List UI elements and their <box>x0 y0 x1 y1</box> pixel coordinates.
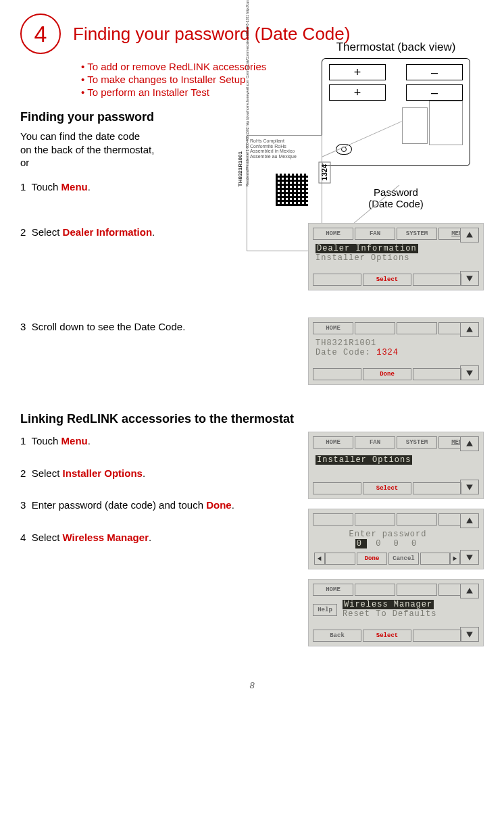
lcd-tab-blank: . <box>397 322 437 334</box>
link-step-1: 1 Touch Menu. <box>20 434 295 448</box>
lcd-select-button: Select <box>363 274 411 286</box>
lcd-tab-blank: . <box>397 513 437 526</box>
lcd-tab-blank: . <box>313 513 353 526</box>
svg-marker-4 <box>466 440 473 446</box>
arrow-up-icon <box>460 436 479 451</box>
thermostat-back-diagram: + – + – <box>322 58 470 166</box>
lcd-soft-button: . <box>413 274 461 286</box>
label-rohs-text: RoHs Compliant Conformité RoHs Assembled… <box>250 138 319 159</box>
link-step-4: 4 Select Wireless Manager. <box>20 531 295 544</box>
back-label-sticker <box>429 101 463 145</box>
svg-marker-6 <box>466 517 473 523</box>
lcd-soft-button: . <box>313 482 361 494</box>
lcd-soft-button: . <box>313 274 361 286</box>
lcd-enter-password: . . . . Enter password 0 0 0 0 . Done Ca… <box>308 509 484 569</box>
lcd-installer-options: HOME FAN SYSTEM MENU Installer Options .… <box>308 432 484 499</box>
svg-marker-1 <box>466 276 473 281</box>
back-view-caption: Thermostat (back view) <box>322 41 470 54</box>
arrow-up-icon <box>460 584 479 598</box>
lcd-soft-button: . <box>413 482 461 494</box>
lcd-tab-blank: . <box>355 584 395 596</box>
lcd-done-button: Done <box>363 368 411 380</box>
lcd-line-highlight: Installer Options <box>316 455 412 465</box>
lcd-date-value: 1324 <box>371 348 399 357</box>
lcd-cancel-button: Cancel <box>388 553 419 565</box>
page-number: 8 <box>20 680 484 690</box>
lcd-tab-blank: . <box>355 513 395 526</box>
svg-marker-11 <box>466 632 473 637</box>
svg-marker-5 <box>466 484 473 490</box>
label-qr-icon <box>276 174 308 206</box>
label-date-code-box: 1324 <box>318 161 330 183</box>
step-number-badge: 4 <box>20 14 61 54</box>
lcd-tab-home: HOME <box>313 584 353 596</box>
lcd-tab-system: SYSTEM <box>397 228 437 240</box>
lcd-select-button: Select <box>363 630 411 642</box>
lcd-wireless-manager: HOME . . . Help Wireless Manager Reset T… <box>308 579 484 646</box>
lcd-select-button: Select <box>363 482 411 494</box>
svg-marker-10 <box>466 588 473 593</box>
password-caption: Password (Date Code) <box>322 186 470 209</box>
lcd-done-button: Done <box>357 553 387 565</box>
lcd-soft-button: . <box>413 630 461 642</box>
label-model-text: TH8321R1001 Residential/Résidentiel 1-80… <box>237 0 250 186</box>
lcd-tab-blank: . <box>397 584 437 596</box>
linking-heading: Linking RedLINK accessories to the therm… <box>20 412 484 426</box>
lcd-tab-blank: . <box>355 322 395 334</box>
lcd-dealer-info: HOME FAN SYSTEM MENU Dealer Information … <box>308 223 484 290</box>
lcd-model-line: TH8321R1001 <box>316 338 376 348</box>
arrow-down-icon <box>460 550 479 565</box>
battery-slot-plus: + <box>329 64 386 80</box>
lcd-line-highlight: Wireless Manager <box>343 600 434 609</box>
svg-marker-2 <box>466 326 473 332</box>
arrow-up-icon <box>460 228 479 242</box>
battery-slot-minus: – <box>406 64 463 80</box>
lcd-tab-home: HOME <box>313 322 353 334</box>
svg-marker-9 <box>453 557 457 561</box>
lcd-date-label: Date Code: <box>316 348 371 357</box>
arrow-down-icon <box>460 271 479 286</box>
arrow-left-icon <box>314 553 325 565</box>
link-step-2: 2 Select Installer Options. <box>20 467 295 480</box>
arrow-down-icon <box>460 480 479 494</box>
back-label-sticker <box>402 107 428 144</box>
svg-marker-8 <box>318 557 322 561</box>
lcd-tab-home: HOME <box>313 228 353 240</box>
lcd-tab-fan: FAN <box>355 228 395 240</box>
lcd-back-button: Back <box>313 630 361 642</box>
battery-slot-minus: – <box>406 84 463 101</box>
lcd-soft-button: . <box>313 368 361 380</box>
arrow-up-icon <box>460 322 479 337</box>
svg-marker-0 <box>466 232 473 237</box>
lcd-line-dim: Installer Options <box>316 253 409 263</box>
lcd-line-highlight: Dealer Information <box>316 244 418 253</box>
lcd-date-code: HOME . . . TH8321R1001 Date Code: 1324 .… <box>308 317 484 385</box>
lcd-tab-fan: FAN <box>355 436 395 449</box>
arrow-up-icon <box>460 513 479 528</box>
lcd-soft-button: . <box>325 553 355 565</box>
lcd-help-button: Help <box>313 604 337 616</box>
step-3: 3 Scroll down to see the Date Code. <box>20 320 295 334</box>
arrow-down-icon <box>460 627 479 642</box>
lcd-soft-button: . <box>413 368 461 380</box>
svg-marker-7 <box>466 555 473 560</box>
lcd-soft-button: . <box>420 553 451 565</box>
lcd-enter-password-label: Enter password <box>349 530 427 539</box>
lcd-line-dim: Reset To Defaults <box>343 609 436 619</box>
thermostat-back-view: Thermostat (back view) + – + – Password … <box>322 41 470 209</box>
arrow-right-icon <box>449 553 460 565</box>
lcd-tab-system: SYSTEM <box>397 436 437 449</box>
step-title: Finding your password (Date Code) <box>73 24 350 45</box>
lcd-tab-home: HOME <box>313 436 353 449</box>
arrow-down-icon <box>460 365 479 380</box>
battery-slot-plus: + <box>329 84 386 101</box>
svg-marker-3 <box>466 370 473 376</box>
link-step-3: 3 Enter password (date code) and touch D… <box>20 499 295 512</box>
